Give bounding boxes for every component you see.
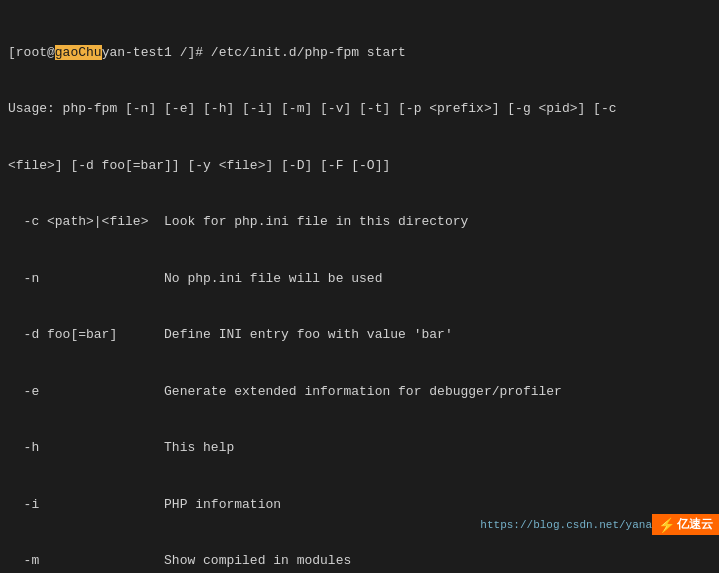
- watermark-overlay: https://blog.csdn.net/yana ⚡ 亿速云: [480, 514, 719, 535]
- highlighted-username: gaoChu: [55, 45, 102, 60]
- terminal-line-3: <file>] [-d foo[=bar]] [-y <file>] [-D] …: [8, 157, 711, 176]
- terminal-line-10: -m Show compiled in modules: [8, 552, 711, 571]
- watermark-brand: ⚡ 亿速云: [652, 514, 719, 535]
- brand-icon: ⚡: [658, 517, 675, 533]
- prompt-rest: yan-test1 /]# /etc/init.d/php-fpm start: [102, 45, 406, 60]
- terminal-line-5: -n No php.ini file will be used: [8, 270, 711, 289]
- terminal-line-7: -e Generate extended information for deb…: [8, 383, 711, 402]
- watermark-url: https://blog.csdn.net/yana: [480, 519, 652, 531]
- terminal-line-6: -d foo[=bar] Define INI entry foo with v…: [8, 326, 711, 345]
- terminal-line-2: Usage: php-fpm [-n] [-e] [-h] [-i] [-m] …: [8, 100, 711, 119]
- terminal-window: [root@gaoChuyan-test1 /]# /etc/init.d/ph…: [0, 0, 719, 573]
- prompt-bracket: [root@: [8, 45, 55, 60]
- terminal-line-1: [root@gaoChuyan-test1 /]# /etc/init.d/ph…: [8, 44, 711, 63]
- terminal-line-8: -h This help: [8, 439, 711, 458]
- brand-text: 亿速云: [677, 516, 713, 533]
- terminal-line-4: -c <path>|<file> Look for php.ini file i…: [8, 213, 711, 232]
- terminal-content: [root@gaoChuyan-test1 /]# /etc/init.d/ph…: [8, 6, 711, 573]
- terminal-line-9: -i PHP information: [8, 496, 711, 515]
